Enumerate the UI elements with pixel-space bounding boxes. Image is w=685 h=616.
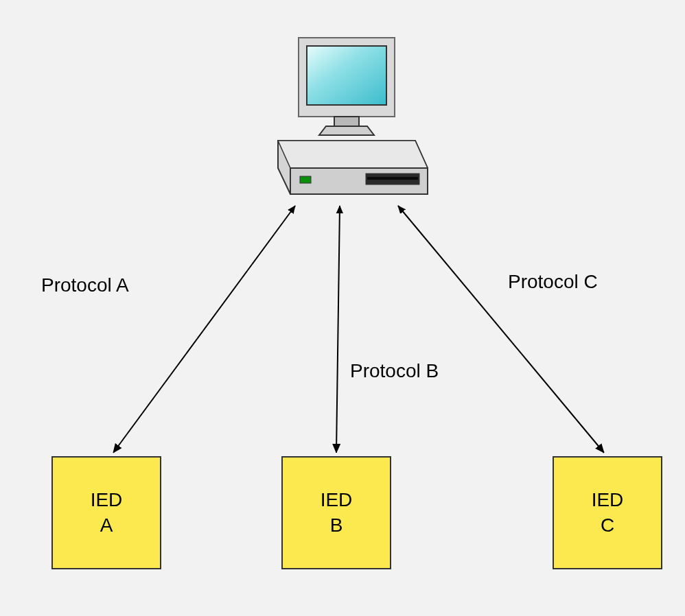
svg-rect-3 <box>334 117 359 126</box>
protocol-b-label: Protocol B <box>350 360 439 382</box>
svg-rect-10 <box>367 177 418 180</box>
ied-c-label-line1: IED <box>592 488 624 512</box>
arrow-a <box>113 206 295 453</box>
svg-marker-4 <box>319 126 374 135</box>
protocol-c-label: Protocol C <box>508 271 598 293</box>
svg-rect-1 <box>307 46 386 105</box>
ied-b-label-line2: B <box>330 513 343 538</box>
svg-marker-6 <box>278 141 428 168</box>
computer-icon <box>257 24 436 205</box>
ied-c-label-line2: C <box>601 513 614 538</box>
arrow-b <box>336 206 340 453</box>
protocol-diagram: Protocol A Protocol B Protocol C IED A I… <box>0 0 685 616</box>
ied-a-label-line1: IED <box>91 488 123 512</box>
ied-b-box: IED B <box>281 456 391 569</box>
ied-a-box: IED A <box>51 456 161 569</box>
svg-rect-8 <box>300 176 311 183</box>
protocol-a-label: Protocol A <box>41 274 129 296</box>
ied-b-label-line1: IED <box>321 488 353 512</box>
ied-c-box: IED C <box>553 456 662 569</box>
arrow-c <box>398 206 604 453</box>
ied-a-label-line2: A <box>100 513 113 538</box>
